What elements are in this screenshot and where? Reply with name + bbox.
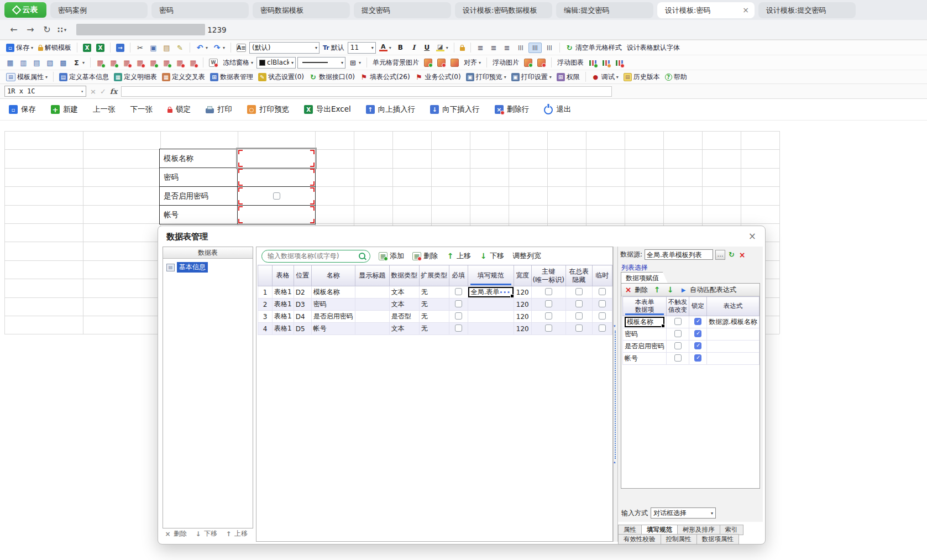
form-value-cell[interactable] [238, 149, 315, 168]
redo[interactable]: ↷▾ [211, 43, 227, 53]
hide-in-summary-cell-checkbox[interactable] [575, 325, 583, 332]
primary-key-cell[interactable] [531, 311, 565, 323]
status-settings[interactable]: ✎状态设置(0) [256, 72, 306, 82]
no-trigger-cell[interactable] [667, 316, 689, 328]
clear-datasource-icon[interactable]: × [738, 250, 746, 259]
float-chart-edit[interactable] [600, 58, 612, 67]
insert-row-above[interactable]: ▦ [148, 58, 159, 67]
cut[interactable]: ✂ [134, 43, 146, 53]
list-select-link[interactable]: 列表选择 [621, 263, 763, 273]
display-title-cell[interactable] [355, 323, 389, 335]
temporary-cell[interactable] [592, 323, 612, 335]
bg-image-remove[interactable] [436, 58, 447, 67]
required-cell-checkbox[interactable] [455, 325, 462, 332]
freeze-panes[interactable]: 冻结窗格▾ [221, 57, 255, 68]
business-formula[interactable]: ⚑业务公式(0) [413, 72, 463, 82]
data-type-cell[interactable]: 文本 [389, 286, 419, 299]
primary-key-cell[interactable] [531, 299, 565, 311]
help[interactable]: ?帮助 [663, 72, 689, 82]
position-cell[interactable]: D3 [294, 299, 311, 311]
primary-key-cell[interactable] [531, 323, 565, 335]
required-cell[interactable] [449, 286, 468, 299]
border-color-combo[interactable]: clBlack▾ [256, 57, 296, 69]
form-value-cell[interactable] [238, 168, 315, 186]
table-cell[interactable]: 表格1 [273, 286, 294, 299]
row-number-cell[interactable]: 1 [258, 286, 273, 299]
merge-cells[interactable]: ▤ [31, 58, 43, 67]
cell-name-box[interactable]: 1R x 1C▾ [4, 86, 86, 97]
width-cell[interactable]: 120 [514, 311, 531, 323]
assignment-row[interactable]: 模板名称数据源.模板名称 [623, 316, 760, 328]
expression-cell[interactable] [707, 341, 760, 353]
search-input[interactable] [266, 252, 359, 260]
debug[interactable]: ●调试▾ [590, 72, 620, 82]
row-number-cell[interactable]: 2 [258, 299, 273, 311]
no-trigger-cell[interactable] [667, 328, 689, 341]
align-left[interactable]: ≡ [475, 43, 486, 53]
paste[interactable]: ▤ [161, 43, 172, 53]
bg-image-align[interactable]: 对齐▾ [462, 57, 483, 68]
align-center[interactable]: ≡ [488, 43, 500, 53]
panel-splitter[interactable]: ▾ ▴ [613, 247, 618, 542]
insert-col-left[interactable]: ▦ [95, 58, 106, 67]
width-cell[interactable]: 120 [514, 286, 531, 299]
expression-cell[interactable]: 数据源.模板名称 [707, 316, 760, 328]
merge-across[interactable]: ▥ [18, 58, 29, 67]
float-chart-remove[interactable] [614, 58, 625, 67]
action-insert-row-above[interactable]: ↑向上插入行 [366, 104, 416, 114]
no-trigger-cell[interactable] [667, 353, 689, 365]
valign-bottom[interactable]: ||| [543, 43, 556, 53]
bg-image-add[interactable] [422, 58, 434, 67]
tab-submit-password[interactable]: 提交密码 [354, 2, 451, 18]
name-cell[interactable]: 是否启用密码 [311, 311, 355, 323]
exit-template[interactable]: → [114, 43, 126, 53]
refresh-icon[interactable]: ↻ [727, 250, 736, 259]
name-cell[interactable]: 帐号 [311, 323, 355, 335]
tab-design-password[interactable]: 设计模板:密码× [657, 2, 755, 18]
primary-key-cell[interactable] [531, 286, 565, 299]
tree-delete-button[interactable]: ×删除 [164, 529, 187, 538]
apps-menu-button[interactable]: ∷ [57, 25, 63, 34]
form-data-item-cell[interactable]: 模板名称 [623, 316, 667, 328]
hide-in-summary-cell[interactable] [565, 286, 592, 299]
insert-row-below[interactable]: ▦ [161, 58, 172, 67]
excel-import[interactable]: X [81, 43, 93, 53]
position-cell[interactable]: D2 [294, 286, 311, 299]
permissions[interactable]: ⊞权限 [555, 72, 582, 82]
required-cell[interactable] [449, 311, 468, 323]
format-painter[interactable]: ✎ [174, 43, 186, 53]
lock-cell[interactable] [689, 341, 707, 353]
action-prev-sheet[interactable]: 上一张 [93, 104, 116, 114]
float-image-remove[interactable] [536, 58, 547, 67]
delete-row[interactable]: ▦ [174, 58, 186, 67]
font-size-combo[interactable]: 11▾ [348, 42, 376, 54]
table-cell[interactable]: 表格1 [273, 323, 294, 335]
bold[interactable]: B [395, 43, 406, 53]
data-item-row[interactable]: 2表格1D3密码文本无120 [258, 299, 612, 311]
history-versions[interactable]: ▤历史版本 [622, 72, 662, 82]
table-cell[interactable]: 表格1 [273, 311, 294, 323]
tab-password-case[interactable]: 密码案例 [50, 2, 148, 18]
fill-rule-cell[interactable]: 全局.表单••• [468, 286, 514, 299]
no-trigger-cell[interactable] [667, 341, 689, 353]
lock-cell-checkbox[interactable] [694, 318, 701, 325]
assignment-delete-button[interactable]: ×删除 [624, 285, 648, 295]
temporary-cell[interactable] [592, 286, 612, 299]
define-basic-info[interactable]: ▤定义基本信息 [57, 72, 111, 82]
autosum[interactable]: Σ▾ [71, 58, 86, 67]
font-family-combo[interactable]: (默认)▾ [249, 42, 320, 54]
row-number-cell[interactable]: 3 [258, 311, 273, 323]
hide-in-summary-cell[interactable] [565, 299, 592, 311]
temporary-cell[interactable] [592, 299, 612, 311]
underline[interactable]: U [421, 43, 433, 53]
lock-cell-checkbox[interactable] [694, 330, 701, 337]
display-title-cell[interactable] [355, 299, 389, 311]
tab-edit-submit-password[interactable]: 编辑:提交密码 [556, 2, 653, 18]
data-item-row[interactable]: 1表格1D2模板名称文本无全局.表单•••120 [258, 286, 612, 299]
data-item-row[interactable]: 4表格1D5帐号文本无120 [258, 323, 612, 335]
data-type-cell[interactable]: 文本 [389, 323, 419, 335]
form-label-cell[interactable]: 帐号 [160, 206, 238, 224]
merge-center[interactable]: ▦ [4, 58, 16, 67]
form-value-cell[interactable] [238, 206, 315, 224]
action-lock[interactable]: 锁定 [167, 104, 191, 114]
